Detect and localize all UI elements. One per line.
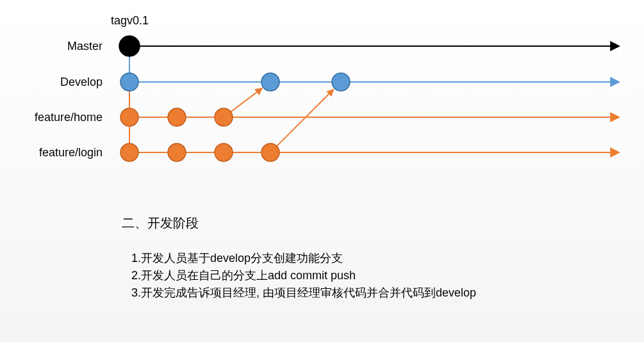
- commit-node: [120, 73, 138, 91]
- branch-lines-group: [129, 46, 618, 152]
- commits-group: [119, 36, 350, 161]
- commit-node: [168, 143, 186, 161]
- commit-node: [120, 108, 138, 126]
- step-item: 3.开发完成告诉项目经理, 由项目经理审核代码并合并代码到develop: [131, 284, 476, 302]
- git-branch-diagram: [0, 0, 644, 192]
- step-list: 1.开发人员基于develop分支创建功能分支 2.开发人员在自己的分支上add…: [131, 250, 476, 302]
- step-item: 2.开发人员在自己的分支上add commit push: [131, 267, 476, 284]
- commit-node: [261, 73, 279, 91]
- merge-arrow: [231, 88, 262, 112]
- commit-node: [261, 143, 279, 161]
- commit-node: [215, 143, 233, 161]
- section-title: 二、开发阶段: [122, 215, 199, 232]
- commit-node: [215, 108, 233, 126]
- commit-node: [168, 108, 186, 126]
- commit-node: [120, 143, 138, 161]
- commit-node: [332, 73, 350, 91]
- commit-node: [119, 36, 140, 56]
- step-item: 1.开发人员基于develop分支创建功能分支: [131, 250, 476, 267]
